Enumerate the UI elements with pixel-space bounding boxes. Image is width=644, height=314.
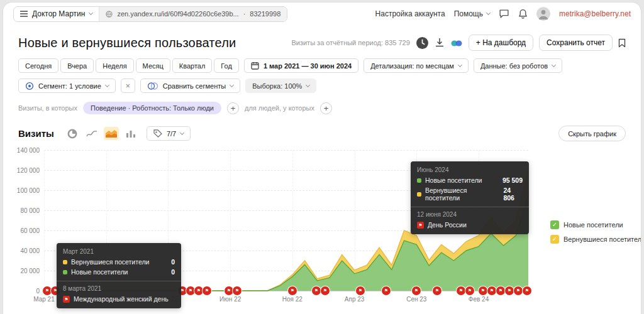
- checkbox-checked-icon: ✓: [550, 235, 559, 244]
- bar-chart-icon: [126, 129, 135, 138]
- holiday-marker-icon[interactable]: ⚑: [203, 286, 211, 295]
- detalization-dropdown[interactable]: Детализация: по месяцам: [364, 58, 469, 73]
- history-button[interactable]: [416, 36, 429, 50]
- account-settings-link[interactable]: Настройка аккаунта: [375, 9, 445, 18]
- tooltip-june-2024: Июнь 2024 Новые посетители 95 509 Вернув…: [411, 161, 529, 234]
- holiday-marker-icon[interactable]: ⚑: [225, 286, 233, 295]
- holiday-marker-icon[interactable]: ⚑: [321, 286, 330, 295]
- chevron-down-icon: [306, 82, 310, 87]
- holiday-marker-icon[interactable]: ⚑: [514, 286, 523, 295]
- add-to-dashboard-button[interactable]: + На дашборд: [469, 35, 533, 51]
- apps-button[interactable]: [450, 38, 463, 47]
- chevron-down-icon: [552, 62, 556, 67]
- counter-id: 83219998: [250, 10, 280, 18]
- tooltip-series-row: Вернувшиеся посетители 24 806: [417, 187, 523, 202]
- chat-button[interactable]: [499, 9, 509, 19]
- target-icon: [25, 82, 34, 90]
- add-people-condition-button[interactable]: +: [320, 102, 332, 114]
- clear-segment-button[interactable]: ×: [121, 78, 135, 93]
- holiday-flag-icon: ⚑: [63, 296, 70, 303]
- legend-new-visitors[interactable]: ✓ Новые посетители: [550, 220, 641, 229]
- holiday-marker-icon[interactable]: ⚑: [496, 286, 505, 295]
- checkbox-checked-icon: ✓: [550, 220, 559, 229]
- detalization-label: Детализация: по месяцам: [370, 62, 454, 70]
- holiday-marker-icon[interactable]: ⚑: [312, 286, 321, 295]
- period-today-button[interactable]: Сегодня: [18, 58, 58, 73]
- data-mode-dropdown[interactable]: Данные: без роботов: [474, 58, 562, 73]
- holiday-marker-icon[interactable]: ⚑: [186, 286, 195, 295]
- hamburger-icon: [20, 11, 28, 17]
- holiday-marker-icon[interactable]: ⚑: [523, 286, 531, 295]
- user-email[interactable]: metrika@belberry.net: [559, 9, 631, 18]
- chevron-down-icon: [458, 62, 462, 67]
- plot-area[interactable]: ⚑⚑⚑⚑⚑⚑⚑⚑⚑⚑⚑⚑⚑⚑⚑⚑⚑⚑⚑⚑⚑⚑⚑ Март 2021 Вернув…: [44, 150, 528, 291]
- counter-url[interactable]: zen.yandex.ru/id/60f94d02260c6e39b... · …: [99, 7, 287, 21]
- pie-chart-type-button[interactable]: [65, 127, 80, 140]
- holiday-marker-icon[interactable]: ⚑: [382, 286, 391, 295]
- tooltip-divider: [411, 207, 529, 207]
- holiday-marker-icon[interactable]: ⚑: [479, 286, 487, 295]
- holiday-flag-icon: ⚑: [417, 222, 424, 229]
- visits-condition-label: Визиты, в которых: [18, 104, 77, 112]
- line-chart-type-button[interactable]: [84, 127, 99, 140]
- line-chart-icon: [86, 130, 97, 138]
- save-report-button[interactable]: Сохранить отчет: [539, 35, 613, 51]
- chevron-down-icon: [180, 130, 184, 134]
- holiday-marker-icon[interactable]: ⚑: [356, 286, 365, 295]
- metrics-filter-dropdown[interactable]: 7/7: [147, 126, 191, 141]
- stacked-area-icon: [106, 129, 117, 138]
- holiday-marker-icon[interactable]: ⚑: [487, 286, 496, 295]
- date-range-label: 1 мар 2021 — 30 июн 2024: [264, 62, 352, 70]
- holiday-marker-icon[interactable]: ⚑: [465, 286, 474, 295]
- add-visit-condition-button[interactable]: +: [227, 102, 239, 114]
- chart-legend: ✓ Новые посетители ✓ Вернувшиеся посетит…: [550, 220, 641, 244]
- notifications-button[interactable]: [518, 9, 528, 19]
- compare-segments-dropdown[interactable]: Сравнить сегменты: [140, 78, 240, 93]
- sampling-dropdown[interactable]: Выборка: 100%: [245, 78, 316, 93]
- tooltip-divider: [57, 281, 181, 281]
- date-range-button[interactable]: 1 мар 2021 — 30 июн 2024: [244, 58, 358, 73]
- tag-icon: [153, 129, 162, 138]
- holiday-marker-icon[interactable]: ⚑: [412, 286, 421, 295]
- holiday-marker-icon[interactable]: ⚑: [233, 286, 242, 295]
- metrika-app: Доктор Мартин zen.yandex.ru/id/60f94d022…: [3, 3, 641, 314]
- bookmark-button[interactable]: [618, 38, 626, 48]
- tooltip-date: 8 марта 2021: [63, 285, 175, 292]
- hide-chart-button[interactable]: Скрыть график: [558, 126, 626, 141]
- project-menu-button[interactable]: Доктор Мартин: [14, 7, 99, 21]
- chart-title: Визиты: [18, 128, 54, 139]
- legend-returning-visitors[interactable]: ✓ Вернувшиеся посетители: [550, 235, 641, 244]
- holiday-marker-icon[interactable]: ⚑: [505, 286, 514, 295]
- y-axis-tick-label: 80 000: [20, 207, 40, 214]
- period-year-button[interactable]: Год: [214, 58, 239, 73]
- user-avatar-icon: [536, 7, 550, 21]
- series-value: 24 806: [503, 187, 523, 202]
- sampling-label: Выборка: 100%: [252, 82, 302, 90]
- robots-filter-pill[interactable]: Поведение · Роботность: Только люди: [83, 102, 221, 114]
- area-chart-type-button[interactable]: [104, 127, 119, 140]
- chevron-down-icon: [486, 11, 491, 15]
- period-week-button[interactable]: Неделя: [96, 58, 133, 73]
- period-month-button[interactable]: Месяц: [136, 58, 170, 73]
- holiday-marker-icon[interactable]: ⚑: [288, 286, 297, 295]
- bar-chart-type-button[interactable]: [123, 127, 138, 140]
- holiday-marker-icon[interactable]: ⚑: [433, 286, 441, 295]
- y-axis-tick-label: 120 000: [17, 167, 40, 174]
- holiday-marker-icon[interactable]: ⚑: [43, 286, 52, 295]
- calendar-icon: [251, 62, 259, 70]
- chevron-down-icon: [89, 11, 93, 15]
- period-yesterday-button[interactable]: Вчера: [60, 58, 94, 73]
- holiday-marker-icon[interactable]: ⚑: [457, 286, 465, 295]
- help-menu[interactable]: Помощь: [454, 9, 490, 18]
- page-title: Новые и вернувшиеся пользователи: [18, 36, 236, 50]
- export-button[interactable]: [435, 38, 445, 48]
- period-quarter-button[interactable]: Квартал: [172, 58, 213, 73]
- tooltip-holiday-row: ⚑ День России: [417, 221, 523, 229]
- avatar[interactable]: [536, 7, 550, 21]
- segment-dropdown[interactable]: Сегмент: 1 условие: [18, 78, 116, 93]
- bookmark-icon: [618, 38, 626, 48]
- chat-bubble-icon: [499, 9, 509, 19]
- holiday-marker-icon[interactable]: ⚑: [194, 286, 203, 295]
- legend-label: Новые посетители: [564, 221, 623, 229]
- pie-chart-icon: [67, 129, 77, 139]
